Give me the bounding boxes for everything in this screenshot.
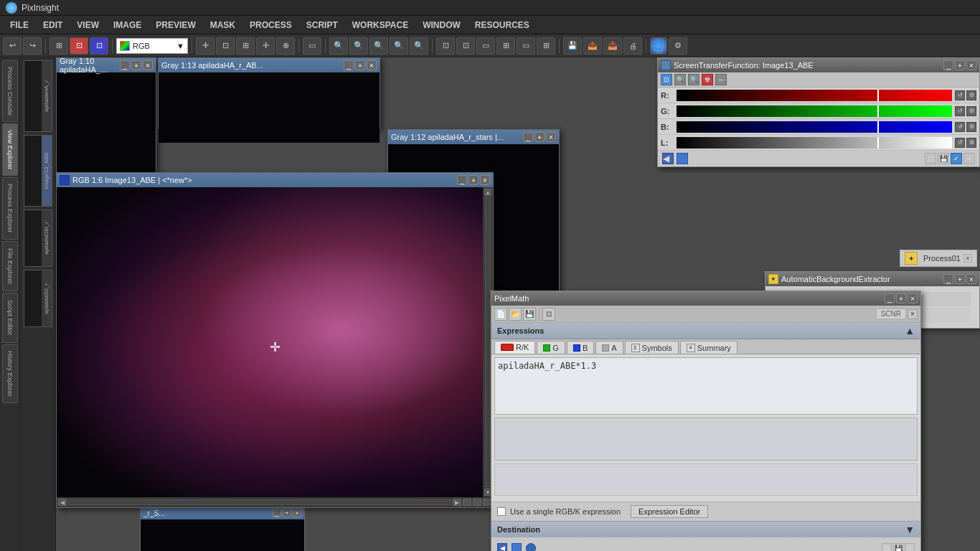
thumb-close[interactable]: × bbox=[293, 509, 301, 517]
thumb-image13-abe[interactable]: Image13_ABE bbox=[24, 135, 52, 207]
pm-tab-b[interactable]: B bbox=[567, 341, 594, 354]
dest-square-icon[interactable] bbox=[512, 543, 522, 552]
stf-btn-close-bottom[interactable]: × bbox=[963, 153, 975, 164]
zoom-fit[interactable]: ⊡ bbox=[216, 37, 235, 55]
crosshair-tool[interactable]: ⊕ bbox=[276, 37, 295, 55]
menu-window[interactable]: WINDOW bbox=[415, 19, 468, 32]
window-gray110-titlebar[interactable]: Gray 1:10 apiladaHA_... _ + × bbox=[57, 58, 156, 72]
window-rgb16-titlebar[interactable]: RGB 1:6 Image13_ABE | <*new*> _ + × bbox=[57, 173, 493, 187]
sidebar-item-process-explorer[interactable]: Process Explorer bbox=[2, 177, 18, 240]
zoom-icons[interactable] bbox=[463, 499, 471, 506]
thumb-apiladaSII-r[interactable]: apiladaSII_r bbox=[24, 270, 52, 327]
win-gray110-minimize[interactable]: _ bbox=[120, 60, 130, 70]
stf-btn-apply[interactable]: ✓ bbox=[951, 153, 962, 164]
arrange-btn[interactable]: ⊞ bbox=[537, 37, 555, 55]
pm-tab-g[interactable]: G bbox=[537, 341, 565, 354]
stf-settings-b[interactable]: ⚙ bbox=[966, 122, 976, 132]
menu-script[interactable]: SCRIPT bbox=[299, 19, 345, 32]
menu-workspace[interactable]: WORKSPACE bbox=[345, 19, 415, 32]
menu-preview[interactable]: PREVIEW bbox=[149, 19, 202, 32]
tile-btn[interactable]: ⊞ bbox=[496, 37, 515, 55]
menu-image[interactable]: IMAGE bbox=[106, 19, 149, 32]
win-rgb16-minimize[interactable]: _ bbox=[457, 175, 467, 185]
sidebar-item-file-explorer[interactable]: File Explorer bbox=[2, 241, 18, 291]
thumb-apiladaOIII-r[interactable]: apiladaOIII_r bbox=[24, 209, 52, 267]
swap-button[interactable]: ⊡ bbox=[70, 37, 88, 55]
zoom-up-btn[interactable]: 🔍 bbox=[410, 37, 428, 55]
win-gray110-close[interactable]: × bbox=[143, 60, 153, 70]
win-rgb16-maximize[interactable]: + bbox=[468, 175, 479, 185]
menu-edit[interactable]: EDIT bbox=[36, 19, 70, 32]
zoom-100[interactable]: ⊞ bbox=[236, 37, 255, 55]
scroll-bar-h[interactable] bbox=[68, 499, 451, 505]
pm-scnr-btn[interactable]: SCNR bbox=[876, 309, 906, 319]
stf-reset-l[interactable]: ↺ bbox=[955, 138, 965, 148]
stf-bar-b[interactable] bbox=[677, 121, 952, 133]
menu-file[interactable]: FILE bbox=[3, 19, 36, 32]
stf-bar-g[interactable] bbox=[677, 105, 952, 117]
stf-btn-arrow[interactable]: ◀ bbox=[662, 153, 674, 164]
pixelmath-minimize[interactable]: _ bbox=[885, 293, 895, 303]
pm-settings[interactable]: × bbox=[908, 309, 918, 319]
sidebar-item-script-editor[interactable]: Script Editor bbox=[2, 293, 18, 343]
thumb-bottom-canvas[interactable]: ◀ ▶ bbox=[141, 519, 304, 551]
expression-placeholder-b[interactable] bbox=[494, 463, 918, 496]
process01-icon[interactable]: ✦ bbox=[905, 252, 918, 265]
stf-btn-square[interactable] bbox=[677, 153, 688, 164]
zoom-icons2[interactable] bbox=[473, 499, 481, 506]
stf-settings-l[interactable]: ⚙ bbox=[966, 138, 976, 148]
stf-reset-b[interactable]: ↺ bbox=[955, 122, 965, 132]
dest-arrow-icon[interactable]: ◀ bbox=[497, 543, 507, 552]
move-tool[interactable]: ✛ bbox=[196, 37, 215, 55]
select-rect[interactable]: ▭ bbox=[303, 37, 321, 55]
export-btn[interactable]: 📤 bbox=[583, 37, 602, 55]
settings-btn[interactable]: ⚙ bbox=[669, 37, 687, 55]
zoom-out-btn[interactable]: 🔍 bbox=[349, 37, 368, 55]
pixelmath-close[interactable]: × bbox=[908, 293, 918, 303]
stf-btn-save[interactable]: 💾 bbox=[938, 153, 949, 164]
save-image-btn[interactable]: 💾 bbox=[563, 37, 582, 55]
import-btn[interactable]: 📥 bbox=[603, 37, 622, 55]
pm-tab-summary[interactable]: ≡ Summary bbox=[680, 341, 738, 354]
stf-minimize[interactable]: _ bbox=[943, 60, 953, 70]
win-gray110-maximize[interactable]: + bbox=[131, 60, 141, 70]
redo-button[interactable]: ↪ bbox=[23, 37, 42, 55]
scroll-right[interactable]: ▶ bbox=[453, 499, 461, 506]
stf-settings-r[interactable]: ⚙ bbox=[966, 90, 976, 100]
abe-minimize[interactable]: _ bbox=[943, 274, 953, 284]
expression-placeholder-g[interactable] bbox=[494, 418, 918, 461]
pixinsight-logo[interactable]: 🌀 bbox=[650, 37, 667, 55]
sidebar-item-process-console[interactable]: Process Console bbox=[2, 60, 18, 122]
scroll-bar-v[interactable] bbox=[485, 197, 491, 487]
expressions-expand[interactable]: ▲ bbox=[905, 325, 915, 336]
stf-maximize[interactable]: + bbox=[955, 60, 965, 70]
stf-settings-g[interactable]: ⚙ bbox=[966, 106, 976, 116]
stf-icon[interactable] bbox=[661, 60, 671, 70]
dest-expand-btn[interactable]: ⊡ bbox=[882, 543, 892, 552]
win-gray112-minimize[interactable]: _ bbox=[523, 132, 533, 142]
stf-btn-expand[interactable]: ⊡ bbox=[925, 153, 936, 164]
stf-zoom-out[interactable]: 🔍 bbox=[688, 74, 699, 85]
undo-button[interactable]: ↩ bbox=[3, 37, 22, 55]
stf-zoom-fit[interactable]: ⊡ bbox=[661, 74, 672, 85]
window-gray113-titlebar[interactable]: Gray 1:13 apiladaHA_r_AB... _ + × bbox=[159, 58, 380, 72]
single-expression-checkbox[interactable] bbox=[497, 507, 506, 516]
destination-expand[interactable]: ▼ bbox=[905, 524, 915, 535]
pm-new[interactable]: 📄 bbox=[494, 308, 507, 321]
zoom-in-btn[interactable]: 🔍 bbox=[329, 37, 348, 55]
win-gray112-close[interactable]: × bbox=[546, 132, 556, 142]
menu-mask[interactable]: MASK bbox=[203, 19, 242, 32]
menu-resources[interactable]: RESOURCES bbox=[468, 19, 537, 32]
scroll-left[interactable]: ◀ bbox=[58, 499, 67, 506]
collapse-btn[interactable]: ⊡ bbox=[456, 37, 475, 55]
color-mode-dropdown[interactable]: RGB ▼ bbox=[116, 38, 188, 54]
pm-tab-symbols[interactable]: Σ Symbols bbox=[625, 341, 679, 354]
pixelmath-maximize[interactable]: + bbox=[896, 293, 906, 303]
pm-expand[interactable]: ⊡ bbox=[542, 308, 555, 321]
expand-btn[interactable]: ⊡ bbox=[436, 37, 455, 55]
expression-editor-button[interactable]: Expression Editor bbox=[631, 505, 708, 518]
abe-icon[interactable]: ✦ bbox=[768, 274, 778, 284]
stf-reset-g[interactable]: ↺ bbox=[955, 106, 965, 116]
dest-circle-icon[interactable] bbox=[526, 543, 536, 552]
clone-button[interactable]: ⊞ bbox=[50, 37, 68, 55]
